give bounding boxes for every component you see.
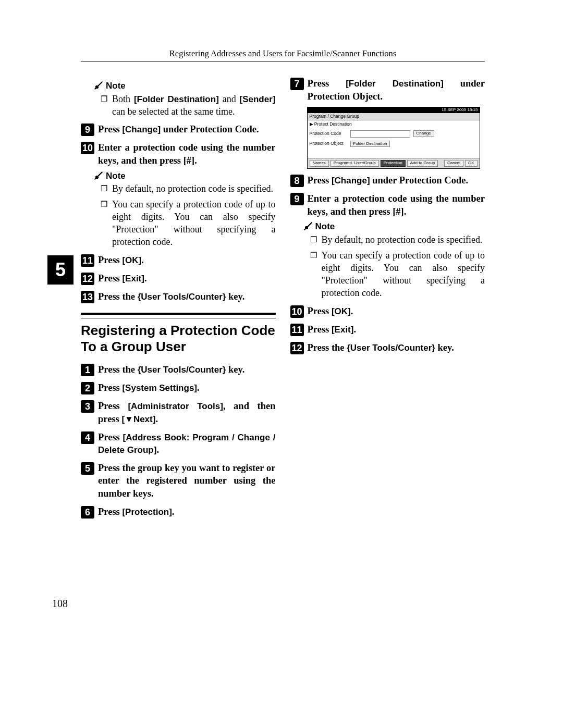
g-step-4: 4 Press [Address Book: Program / Change …	[81, 431, 276, 456]
running-header: Registering Addresses and Users for Facs…	[81, 48, 485, 59]
shot-label: Protection Code	[310, 131, 347, 136]
g-step-6: 6 Press [Protection].	[81, 505, 276, 519]
note-item: ❒ By default, no protection code is spec…	[101, 183, 276, 195]
shot-tab: Programd. User/Group	[331, 160, 379, 167]
section-heading: Registering a Protection Code To a Group…	[81, 323, 276, 355]
step-text: Press [Protection].	[98, 505, 276, 519]
shot-folder-dest-button: Folder Destination	[350, 141, 390, 147]
step-number-icon: 12	[81, 273, 94, 285]
step-text: Press [OK].	[308, 305, 485, 318]
note-label: Note	[315, 221, 335, 231]
r-step-12: 12 Press the {User Tools/Counter} key.	[290, 341, 485, 354]
bullet-icon: ❒	[101, 93, 112, 118]
shot-tab: Add to Group	[407, 160, 438, 167]
section-rule	[81, 313, 276, 315]
step-number-icon: 3	[81, 400, 94, 413]
shot-label: Protection Object	[310, 141, 347, 146]
bullet-icon: ❒	[101, 199, 112, 249]
step-text: Enter a protection code using the number…	[98, 141, 276, 167]
step-number-icon: 7	[290, 78, 304, 90]
step-number-icon: 13	[81, 291, 94, 303]
shot-tabs: Names Programd. User/Group Protection Ad…	[308, 158, 480, 168]
r-step-8: 8 Press [Change] under Protection Code.	[290, 174, 485, 187]
r-step-10: 10 Press [OK].	[290, 305, 485, 318]
step-text: Press the {User Tools/Counter} key.	[98, 363, 276, 376]
step-13: 13 Press the {User Tools/Counter} key.	[81, 290, 276, 303]
shot-tab-active: Protection	[381, 160, 406, 167]
shot-body: Program / Change Group ▶ Protect Destina…	[308, 113, 480, 168]
right-column: 7 Press [Folder Destination] under Prote…	[290, 77, 485, 522]
step-number-icon: 6	[81, 506, 94, 519]
shot-row-object: Protection Object Folder Destination	[308, 139, 480, 149]
step-number-icon: 9	[290, 193, 304, 205]
step-number-icon: 1	[81, 364, 94, 376]
step-text: Press [Exit].	[308, 323, 485, 336]
shot-cancel-button: Cancel	[444, 160, 463, 167]
step-text: Press [OK].	[98, 254, 276, 267]
note-heading: Note	[94, 170, 276, 182]
step-text: Press [System Settings].	[98, 381, 276, 394]
step-number-icon: 11	[290, 324, 304, 336]
g-step-5: 5 Press the group key you want to regist…	[81, 462, 276, 500]
shot-crumb-row: ▶ Protect Destination	[308, 120, 480, 128]
bullet-icon: ❒	[310, 234, 322, 246]
step-text: Press the {User Tools/Counter} key.	[308, 341, 485, 354]
r-step-9: 9 Enter a protection code using the numb…	[290, 192, 485, 218]
step-text: Press [Administrator Tools], and then pr…	[98, 400, 276, 425]
step-number-icon: 12	[290, 342, 304, 354]
step-text: Enter a protection code using the number…	[308, 192, 485, 218]
step-text: Press [Exit].	[98, 272, 276, 285]
step-10: 10 Enter a protection code using the num…	[81, 141, 276, 167]
step-number-icon: 5	[81, 462, 94, 475]
note-item: ❒ Both [Folder Destination] and [Sender]…	[101, 93, 276, 118]
note-heading: Note	[94, 80, 276, 92]
shot-ok-button: OK	[465, 160, 478, 167]
step-text: Press the group key you want to register…	[98, 462, 276, 500]
note-text: You can specify a protection code of up …	[322, 250, 485, 300]
step-number-icon: 2	[81, 382, 94, 394]
step-text: Press [Folder Destination] under Protect…	[308, 77, 485, 103]
shot-input	[350, 130, 410, 138]
shot-tab: Names	[310, 160, 329, 167]
page: Registering Addresses and Users for Facs…	[0, 0, 563, 522]
step-number-icon: 9	[81, 124, 94, 136]
step-11: 11 Press [OK].	[81, 254, 276, 267]
shot-row-code: Protection Code Change	[308, 129, 480, 139]
step-text: Press [Change] under Protection Code.	[308, 174, 485, 187]
g-step-2: 2 Press [System Settings].	[81, 381, 276, 394]
step-9: 9 Press [Change] under Protection Code.	[81, 123, 276, 136]
step-number-icon: 4	[81, 431, 94, 444]
note-label: Note	[106, 81, 126, 91]
step-12: 12 Press [Exit].	[81, 272, 276, 285]
bullet-icon: ❒	[310, 250, 322, 300]
step-text: Press the {User Tools/Counter} key.	[98, 290, 276, 303]
device-screenshot: 15 SEP 2005 15:15 Program / Change Group…	[307, 107, 480, 169]
step-number-icon: 11	[81, 254, 94, 267]
shot-clock: 15 SEP 2005 15:15	[442, 108, 478, 113]
page-number: 108	[52, 598, 68, 610]
note-item: ❒ By default, no protection code is spec…	[310, 234, 485, 246]
r-step-11: 11 Press [Exit].	[290, 323, 485, 336]
chapter-tab: 5	[47, 255, 74, 285]
step-number-icon: 10	[290, 305, 304, 318]
note-heading: Note	[304, 221, 485, 233]
bullet-icon: ❒	[101, 183, 112, 195]
note-label: Note	[106, 171, 126, 181]
note-text: You can specify a protection code of up …	[112, 199, 276, 249]
step-number-icon: 8	[290, 175, 304, 187]
header-rule	[81, 61, 485, 61]
note-text: By default, no protection code is specif…	[112, 183, 276, 195]
note-item: ❒ You can specify a protection code of u…	[101, 199, 276, 249]
note-item: ❒ You can specify a protection code of u…	[310, 250, 485, 300]
section-rule	[81, 318, 276, 318]
step-number-icon: 10	[81, 142, 94, 154]
note-text: Both [Folder Destination] and [Sender] c…	[112, 93, 276, 118]
g-step-3: 3 Press [Administrator Tools], and then …	[81, 400, 276, 425]
shot-change-button: Change	[413, 130, 434, 137]
two-column-layout: Note ❒ Both [Folder Destination] and [Se…	[81, 77, 485, 522]
r-step-7: 7 Press [Folder Destination] under Prote…	[290, 77, 485, 103]
step-text: Press [Address Book: Program / Change / …	[98, 431, 276, 456]
step-text: Press [Change] under Protection Code.	[98, 123, 276, 136]
left-column: Note ❒ Both [Folder Destination] and [Se…	[81, 77, 276, 522]
shot-titlebar: 15 SEP 2005 15:15	[308, 107, 480, 113]
